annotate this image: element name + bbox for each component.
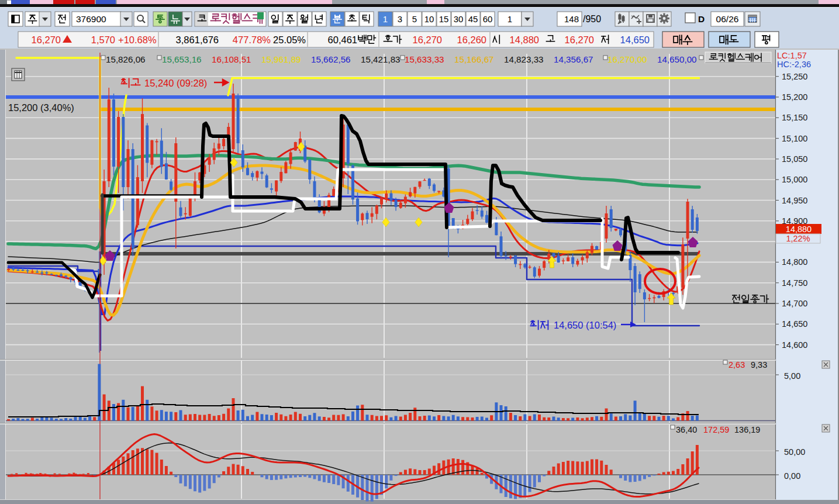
svg-text:16,108,51: 16,108,51 — [212, 54, 251, 64]
svg-text:148: 148 — [564, 14, 579, 24]
svg-text:60: 60 — [483, 14, 493, 24]
svg-text:15,100: 15,100 — [782, 134, 807, 143]
svg-text:15,961,89: 15,961,89 — [261, 54, 301, 64]
svg-text:LC:1,57: LC:1,57 — [777, 51, 807, 60]
svg-text:50,00: 50,00 — [784, 447, 805, 457]
svg-text:376900: 376900 — [76, 14, 106, 24]
svg-text:15,653,16: 15,653,16 — [162, 54, 202, 64]
svg-text:D: D — [698, 14, 705, 24]
svg-text:15,000: 15,000 — [782, 175, 807, 184]
svg-text:15,050: 15,050 — [782, 154, 807, 164]
svg-text:1,22%: 1,22% — [786, 234, 810, 243]
svg-text:5: 5 — [412, 14, 417, 24]
svg-text:14,600: 14,600 — [782, 340, 807, 350]
svg-text:30: 30 — [454, 14, 464, 24]
svg-text:15,633,33: 15,633,33 — [405, 54, 444, 64]
svg-text:+10.68%: +10.68% — [118, 34, 157, 45]
svg-text:06/26: 06/26 — [716, 14, 739, 24]
svg-text:1: 1 — [383, 14, 388, 24]
svg-text:14,880: 14,880 — [786, 225, 812, 234]
svg-text:14,650,00: 14,650,00 — [657, 54, 697, 64]
svg-text:1: 1 — [507, 14, 512, 24]
svg-text:36,40: 36,40 — [676, 425, 697, 434]
svg-text:172,59: 172,59 — [703, 425, 729, 434]
svg-text:14,356,67: 14,356,67 — [554, 54, 593, 64]
svg-text:14,650 (10:54): 14,650 (10:54) — [554, 320, 616, 330]
svg-text:14,880: 14,880 — [510, 34, 539, 45]
svg-text:15,150: 15,150 — [782, 113, 807, 122]
svg-text:14,650: 14,650 — [782, 319, 807, 329]
svg-text:15,200 (3,40%): 15,200 (3,40%) — [8, 102, 74, 113]
svg-text:1,570: 1,570 — [91, 34, 115, 45]
svg-text:16,270: 16,270 — [413, 34, 442, 45]
svg-text:16,270: 16,270 — [32, 34, 61, 45]
svg-text:15,662,56: 15,662,56 — [311, 54, 351, 64]
svg-text:9,33: 9,33 — [751, 360, 767, 370]
svg-text:16,270: 16,270 — [565, 34, 594, 45]
svg-text:15: 15 — [439, 14, 449, 24]
svg-text:45: 45 — [468, 14, 478, 24]
svg-text:477.78%: 477.78% — [233, 34, 271, 45]
svg-text:16,260: 16,260 — [457, 34, 486, 45]
svg-text:15,166,67: 15,166,67 — [454, 54, 494, 64]
svg-text:15,240 (09:28): 15,240 (09:28) — [144, 78, 207, 88]
svg-text:14,700: 14,700 — [782, 299, 807, 308]
svg-text:60,461: 60,461 — [328, 34, 357, 45]
svg-text:14,800: 14,800 — [782, 257, 807, 267]
svg-text:HC:-2,36: HC:-2,36 — [777, 60, 811, 69]
svg-text:25.05%: 25.05% — [273, 34, 306, 45]
svg-text:14,950: 14,950 — [782, 196, 807, 205]
svg-text:/950: /950 — [583, 14, 601, 24]
svg-text:3: 3 — [398, 14, 402, 24]
svg-text:15,826,06: 15,826,06 — [106, 54, 146, 64]
svg-text:0,00: 0,00 — [784, 471, 800, 481]
svg-text:10: 10 — [424, 14, 434, 24]
svg-text:2,63: 2,63 — [728, 360, 745, 370]
svg-text:15,421,83: 15,421,83 — [361, 54, 400, 64]
svg-text:14,750: 14,750 — [782, 278, 807, 288]
svg-text:16,270,00: 16,270,00 — [607, 54, 647, 64]
svg-text:136,19: 136,19 — [734, 425, 760, 434]
svg-text:14,650: 14,650 — [620, 34, 650, 45]
svg-text:5,00: 5,00 — [784, 371, 800, 381]
svg-text:15,200: 15,200 — [782, 92, 807, 102]
svg-text:15,250: 15,250 — [782, 72, 807, 81]
svg-text:3,861,676: 3,861,676 — [176, 34, 219, 45]
svg-text:14,823,33: 14,823,33 — [504, 54, 544, 64]
